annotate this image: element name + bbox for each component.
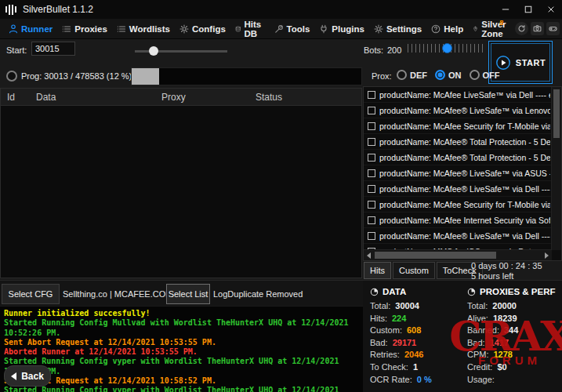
list-icon: [117, 24, 126, 34]
gear-icon: [374, 24, 383, 34]
checkbox-icon[interactable]: [368, 107, 375, 114]
vertical-scrollbar[interactable]: [551, 87, 561, 250]
nav-label: Runner: [21, 24, 53, 34]
nav-wordlists[interactable]: Wordlists: [112, 19, 175, 38]
maximize-button[interactable]: [517, 0, 539, 19]
tab-custom[interactable]: Custom: [393, 262, 435, 279]
nav-plugins[interactable]: Plugins: [314, 19, 369, 38]
app-window: SilverBullet 1.1.2 Runner Proxies Wordli…: [0, 0, 562, 392]
checkbox-icon[interactable]: [368, 91, 375, 99]
radio-selected-icon[interactable]: [435, 70, 445, 80]
radio-icon[interactable]: [470, 70, 480, 80]
nav-label: Help: [444, 24, 463, 34]
nav-runner[interactable]: Runner: [4, 19, 57, 38]
hits-list[interactable]: productName: McAfee LiveSafe™ via Dell -…: [364, 87, 552, 250]
back-arrow-icon: [11, 372, 16, 380]
screenshot-button[interactable]: [531, 22, 544, 35]
hit-text: productName: McAfee® LiveSafe™ via Dell …: [379, 184, 550, 194]
bots-slider[interactable]: [408, 44, 484, 53]
progress-text: Prog: 30013 / 478583 (12 %): [21, 71, 132, 81]
gamepad-icon: [549, 24, 557, 33]
checkbox-icon[interactable]: [368, 169, 375, 177]
hit-text: productName: McAfee Internet Security vi…: [379, 216, 550, 225]
scrollbar-thumb[interactable]: [375, 252, 496, 259]
prox-option-def[interactable]: DEF: [397, 70, 427, 80]
nav-label: Settings: [386, 24, 422, 34]
nav-help[interactable]: Help: [426, 19, 468, 38]
nav-settings[interactable]: Settings: [369, 19, 426, 38]
prox-option-off[interactable]: OFF: [470, 70, 500, 80]
stats-title: PROXIES & PERF: [480, 287, 556, 296]
back-button[interactable]: Back: [4, 365, 51, 387]
list-icon: [62, 24, 71, 34]
column-header-id: Id: [1, 92, 36, 103]
prox-option-on[interactable]: ON: [435, 70, 462, 80]
nav-silver-zone[interactable]: 8 Silver Zone: [468, 19, 514, 38]
list-item[interactable]: productName: McAfee Security for T-Mobil…: [364, 197, 552, 212]
checkbox-icon[interactable]: [368, 185, 375, 193]
log-line: Runner initialized succesfully!: [4, 309, 359, 318]
list-item[interactable]: productName: McAfee Internet Security vi…: [364, 212, 552, 228]
stat-row: Alive:18239: [467, 314, 560, 323]
list-item[interactable]: productName: McAfee® Total Protection - …: [364, 150, 552, 165]
checkbox-icon[interactable]: [368, 122, 375, 130]
notification-badge: 8: [499, 18, 503, 27]
checkbox-icon[interactable]: [368, 138, 375, 146]
minimize-button[interactable]: [494, 0, 517, 19]
bots-slider-thumb[interactable]: [442, 43, 452, 53]
start-input[interactable]: [31, 42, 75, 56]
list-item[interactable]: productName: McAfee Security for T-Mobil…: [364, 118, 552, 134]
nav-configs[interactable]: Configs: [175, 19, 230, 38]
list-item[interactable]: productName: McAfee LiveSafe™ via Dell -…: [364, 87, 552, 103]
select-cfg-button[interactable]: Select CFG: [2, 284, 60, 304]
hit-text: productName: McAfee Security for T-Mobil…: [379, 200, 550, 209]
stats-panel: DATA Total:30004 Hits:224 Custom:608 Bad…: [363, 280, 562, 392]
refresh-icon: [517, 24, 526, 33]
horizontal-scrollbar[interactable]: [364, 249, 552, 260]
list-item[interactable]: productName: McAfee® Total Protection - …: [364, 134, 552, 150]
hit-text: productName: McAfee® LiveSafe™ via Lenov…: [379, 106, 550, 115]
pie-icon: [370, 288, 379, 296]
list-item[interactable]: productName: McAfee® LiveSafe™ via Lenov…: [364, 103, 552, 118]
start-slider[interactable]: [135, 50, 227, 53]
checkbox-icon[interactable]: [368, 201, 375, 209]
close-button[interactable]: [539, 0, 562, 19]
checkbox-icon[interactable]: [368, 216, 375, 224]
progress-radio[interactable]: [6, 71, 17, 82]
nav-label: Hits DB: [244, 20, 264, 38]
gamepad-button[interactable]: [546, 22, 560, 35]
radio-icon[interactable]: [397, 70, 407, 80]
list-item[interactable]: productName: McAfee® LiveSafe™ via Dell …: [364, 181, 552, 197]
hit-text: productName: McAfee® Total Protection - …: [379, 153, 550, 162]
wrench-icon: [274, 24, 284, 34]
play-circle-icon: [495, 55, 511, 71]
scroll-left-icon[interactable]: [364, 250, 374, 260]
camera-icon: [533, 24, 542, 33]
scroll-right-icon[interactable]: [542, 250, 552, 260]
nav-hits-db[interactable]: Hits DB: [230, 19, 270, 38]
stat-row: Total:20000: [467, 301, 560, 310]
log-line: Sent Abort Request at 12/14/2021 10:53:5…: [4, 338, 359, 347]
hit-text: productName: McAfee Security for T-Mobil…: [379, 122, 550, 131]
nav-tools[interactable]: Tools: [270, 19, 315, 38]
checkbox-icon[interactable]: [368, 232, 375, 240]
select-list-button[interactable]: Select List: [166, 284, 210, 304]
runner-person-icon: [9, 24, 18, 34]
stat-row: Custom:608: [370, 325, 462, 335]
stat-row: Usage:: [467, 375, 560, 384]
checkbox-icon[interactable]: [368, 154, 375, 162]
runner-log[interactable]: Runner initialized succesfully! Started …: [0, 307, 363, 392]
hit-text: productName: McAfee® LiveSafe™ via ASUS …: [379, 169, 550, 178]
log-line: Started Running Config Mullvad with Word…: [4, 318, 359, 338]
proxies-stats-column: PROXIES & PERF Total:20000 Alive:18239 B…: [467, 287, 560, 387]
start-slider-thumb[interactable]: [149, 46, 158, 56]
list-item[interactable]: productName: McAfee® LiveSafe™ via Dell …: [364, 228, 552, 244]
list-item[interactable]: productName: McAfee® LiveSafe™ via ASUS …: [364, 165, 552, 181]
refresh-button[interactable]: [515, 22, 528, 35]
scrollbar-thumb[interactable]: [553, 89, 560, 138]
tab-hits[interactable]: Hits: [364, 262, 391, 279]
log-line: Sent Abort Request at 12/14/2021 10:58:5…: [4, 376, 359, 386]
stat-row: To Check:1: [370, 362, 462, 372]
progress-fill: [132, 68, 159, 85]
nav-proxies[interactable]: Proxies: [57, 19, 112, 38]
